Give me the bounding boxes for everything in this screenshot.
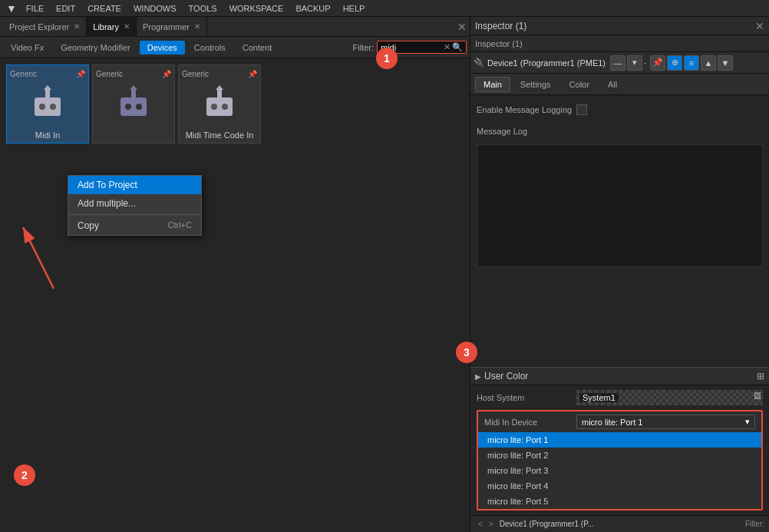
svg-marker-14 — [216, 85, 223, 90]
svg-point-6 — [125, 104, 131, 110]
menu-windows[interactable]: WINDOWS — [127, 0, 183, 17]
device-pin-icon-3[interactable]: 📌 — [248, 70, 257, 78]
menu-file[interactable]: FILE — [20, 0, 50, 17]
device-pin-icon-1[interactable]: 📌 — [76, 70, 85, 78]
nav-prev-btn[interactable]: < — [475, 520, 486, 528]
device-card-2[interactable]: Generic 📌 — [92, 64, 175, 144]
close-project-explorer[interactable]: ✕ — [74, 22, 80, 31]
filter-clear-icon[interactable]: ✕ — [444, 42, 451, 52]
status-filter-label: Filter: — [745, 520, 764, 528]
dropdown-option-5[interactable]: micro lite: Port 5 — [478, 494, 761, 509]
menu-edit[interactable]: EDIT — [50, 0, 81, 17]
toolbar-btn-down[interactable]: ▼ — [718, 55, 733, 71]
toolbar-btn-list[interactable]: ≡ — [684, 55, 699, 71]
section-expand-icon[interactable]: ⊞ — [757, 371, 764, 382]
midi-device-dropdown[interactable]: micro lite: Port 1 ▾ — [576, 415, 755, 429]
midi-device-label: Midi In Device — [484, 418, 576, 427]
context-menu-add-to-project[interactable]: Add To Project — [68, 176, 201, 194]
close-library[interactable]: ✕ — [124, 22, 130, 31]
annotation-badge-2: 2 — [14, 464, 35, 486]
host-system-value: System1 — [579, 393, 619, 402]
subtab-content[interactable]: Content — [235, 41, 280, 55]
inspector-sub-title: Inspector (1) — [475, 39, 523, 48]
device-icon-2 — [111, 81, 157, 127]
device-grid: Generic 📌 Midi In — [0, 58, 470, 532]
menu-workspace[interactable]: WORKSPACE — [223, 0, 290, 17]
close-programmer[interactable]: ✕ — [194, 22, 200, 31]
svg-point-1 — [39, 104, 45, 110]
dropdown-option-2[interactable]: micro lite: Port 2 — [478, 448, 761, 463]
main-body: Project Explorer ✕ Library ✕ Programmer … — [0, 17, 769, 532]
message-log-row: Message Log — [477, 123, 763, 140]
device-card-header-1: Generic 📌 — [10, 70, 85, 78]
context-menu-add-multiple[interactable]: Add multiple... — [68, 194, 201, 213]
menu-backup[interactable]: BACKUP — [289, 0, 336, 17]
device-icon-midi-in — [25, 81, 71, 127]
toolbar-btn-pin[interactable]: 📌 — [650, 55, 665, 71]
toolbar-btn-minus[interactable]: — — [610, 55, 625, 71]
menu-help[interactable]: HELP — [337, 0, 371, 17]
inspector-tab-main[interactable]: Main — [475, 77, 510, 92]
device-label-1: Midi In — [35, 131, 60, 140]
device-icon-midi-tc — [196, 81, 243, 127]
toolbar-btn-dropdown[interactable]: ▾ — [627, 55, 642, 71]
annotation-badge-3-wrapper: 3 — [456, 342, 477, 363]
arrow-annotation — [8, 212, 69, 306]
section-collapse-icon[interactable]: ▶ — [475, 372, 481, 381]
device-card-header-3: Generic 📌 — [182, 70, 257, 78]
dropdown-option-4[interactable]: micro lite: Port 4 — [478, 478, 761, 494]
svg-point-11 — [211, 104, 217, 110]
device-tag-2: Generic — [96, 70, 123, 78]
toolbar-btn-up[interactable]: ▲ — [701, 55, 716, 71]
user-color-section-header: ▶ User Color ⊞ — [470, 367, 769, 385]
device-tag-1: Generic — [10, 70, 37, 78]
svg-point-2 — [50, 104, 56, 110]
context-menu-copy[interactable]: Copy Ctrl+C — [68, 216, 201, 235]
dropdown-option-1[interactable]: micro lite: Port 1 — [478, 432, 761, 448]
nav-next-btn[interactable]: > — [486, 520, 497, 528]
dropdown-header-row: Midi In Device micro lite: Port 1 ▾ — [478, 411, 761, 432]
inspector-tab-all[interactable]: All — [599, 77, 625, 92]
tab-library[interactable]: Library ✕ — [87, 17, 137, 37]
subtab-geometry[interactable]: Geometry Modifier — [53, 41, 137, 55]
context-menu: Add To Project Add multiple... Copy Ctrl… — [68, 175, 202, 236]
toolbar-separator: · — [644, 58, 649, 68]
app-logo: ▼ — [3, 0, 20, 17]
host-system-edit-icon[interactable]: 🖼 — [754, 392, 761, 400]
inspector-content: Enable Message Logging Message Log — [470, 95, 769, 367]
inspector-title: Inspector (1) — [475, 21, 526, 31]
enable-logging-row: Enable Message Logging — [477, 101, 763, 118]
inspector-toolbar: 🔌 Device1 (Programmer1 (PME1) — ▾ · 📌 ⊕ … — [470, 52, 769, 74]
inspector-close-icon[interactable]: ✕ — [755, 20, 764, 32]
subtab-videofx[interactable]: Video Fx — [3, 41, 51, 55]
inspector-tab-color[interactable]: Color — [561, 77, 598, 92]
menu-create[interactable]: CREATE — [81, 0, 127, 17]
subtab-devices[interactable]: Devices — [140, 41, 185, 55]
toolbar-btn-target[interactable]: ⊕ — [667, 55, 682, 71]
svg-marker-4 — [44, 85, 51, 90]
svg-rect-5 — [120, 97, 147, 116]
right-panel: Inspector (1) ✕ Inspector (1) 🔌 Device1 … — [470, 17, 769, 532]
dropdown-chevron-icon: ▾ — [745, 417, 750, 427]
device-pin-icon-2[interactable]: 📌 — [162, 70, 171, 78]
device-icon-small: 🔌 — [474, 58, 484, 68]
svg-point-12 — [222, 104, 228, 110]
tab-programmer[interactable]: Programmer ✕ — [137, 17, 207, 37]
device-card-midi-in[interactable]: Generic 📌 Midi In — [6, 64, 89, 144]
dropdown-option-3[interactable]: micro lite: Port 3 — [478, 463, 761, 478]
tab-project-explorer[interactable]: Project Explorer ✕ — [3, 17, 87, 37]
filter-label: Filter: — [353, 43, 375, 52]
close-left-panel[interactable]: ✕ — [457, 21, 467, 33]
menu-tools[interactable]: TOOLS — [183, 0, 223, 17]
svg-point-7 — [136, 104, 142, 110]
subtab-controls[interactable]: Controls — [186, 41, 233, 55]
user-color-content: Host System System1 🖼 Midi In Device mic… — [470, 385, 769, 515]
inspector-tab-settings[interactable]: Settings — [512, 77, 559, 92]
filter-area: Filter: ✕ 🔍 — [353, 41, 467, 54]
host-system-row: Host System System1 🖼 — [477, 390, 763, 405]
enable-logging-checkbox[interactable] — [576, 104, 587, 115]
message-log-label: Message Log — [477, 127, 576, 136]
svg-rect-3 — [45, 90, 50, 99]
left-panel: Project Explorer ✕ Library ✕ Programmer … — [0, 17, 470, 532]
device-card-midi-tc[interactable]: Generic 📌 Midi Time Code In — [178, 64, 261, 144]
